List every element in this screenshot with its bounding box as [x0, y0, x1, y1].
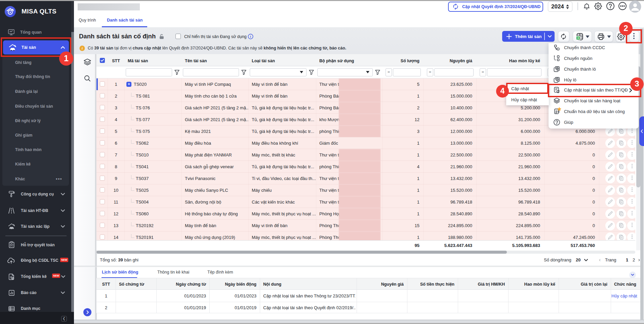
- svg-text:i: i: [82, 46, 83, 50]
- svg-text:X: X: [577, 36, 579, 40]
